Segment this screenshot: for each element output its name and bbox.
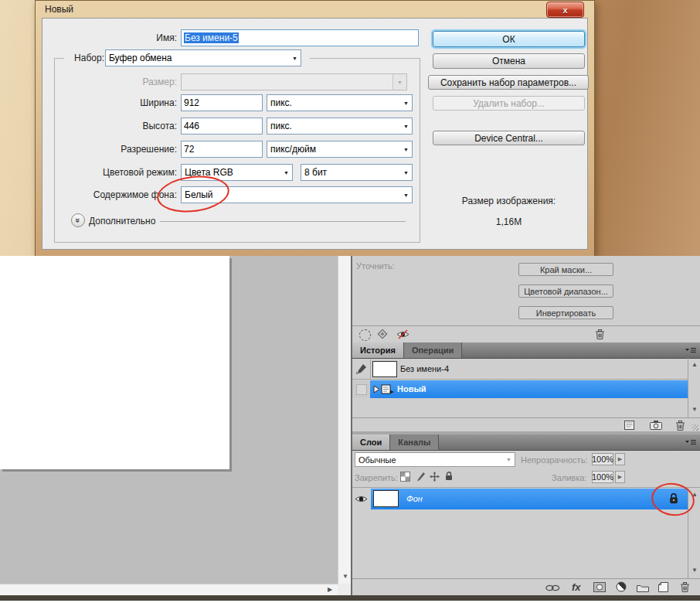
height-unit-combo[interactable]: пикс. ▼: [267, 118, 413, 135]
color-range-button[interactable]: Цветовой диапазон...: [518, 284, 613, 298]
device-central-button[interactable]: Device Central...: [433, 131, 585, 145]
resolution-unit-value: пикс/дюйм: [270, 144, 316, 155]
vertical-scrollbar[interactable]: ▼: [338, 256, 351, 584]
tab-history[interactable]: История: [352, 342, 404, 358]
chevron-down-icon: ▼: [403, 124, 410, 129]
new-group-folder-icon[interactable]: [637, 584, 649, 592]
panel-menu-button[interactable]: [685, 434, 700, 450]
history-list: Без имени-4: [352, 358, 700, 417]
fill-label: Заливка:: [552, 473, 586, 482]
horizontal-scrollbar[interactable]: ▶: [0, 584, 338, 596]
layer-name: Фон: [406, 494, 423, 503]
adjustment-layer-icon[interactable]: [616, 581, 627, 592]
screen: Новый x Имя: Без имени-5 Набор: Буфер об…: [0, 0, 700, 603]
preset-combo-value: Буфер обмена: [109, 53, 172, 63]
scroll-right-icon[interactable]: ▶: [328, 587, 332, 593]
fill-value[interactable]: 100%: [592, 471, 613, 483]
layer-thumbnail[interactable]: [373, 490, 399, 507]
source-checkbox[interactable]: [356, 384, 367, 395]
fill-slider-button[interactable]: ▶: [615, 471, 625, 483]
resolution-unit-combo[interactable]: пикс/дюйм ▼: [267, 141, 413, 158]
chevron-down-icon: ▼: [403, 170, 410, 175]
layers-list: Фон ▲ ▼: [352, 487, 700, 578]
opacity-value[interactable]: 100%: [592, 453, 613, 465]
ok-button[interactable]: ОК: [433, 31, 585, 47]
history-row-current[interactable]: Новый: [370, 380, 688, 398]
name-input[interactable]: Без имени-5: [181, 29, 419, 46]
height-unit-value: пикс.: [270, 121, 292, 131]
new-document-from-state-icon[interactable]: [624, 421, 634, 430]
image-size-value: 1,16M: [429, 216, 589, 227]
history-source-cell[interactable]: [352, 359, 371, 379]
lock-all-icon[interactable]: [444, 471, 454, 482]
scroll-down-icon[interactable]: ▼: [692, 567, 698, 574]
width-unit-value: пикс.: [270, 97, 292, 108]
history-scrollbar[interactable]: ▲ ▼: [688, 358, 700, 417]
scroll-down-icon[interactable]: ▼: [692, 407, 698, 413]
mask-edge-button[interactable]: Край маски...: [518, 263, 613, 276]
advanced-expander-button[interactable]: »: [71, 213, 85, 227]
panel-resize-grip[interactable]: [692, 424, 698, 431]
advanced-divider: [160, 221, 406, 222]
lock-transparency-icon[interactable]: [400, 472, 410, 482]
history-panel-footer: [352, 417, 700, 432]
history-source-cell[interactable]: [352, 380, 370, 398]
layer-visibility-cell[interactable]: [352, 489, 372, 509]
height-input[interactable]: 446: [181, 118, 263, 135]
chevron-down-icon: ▼: [403, 100, 410, 106]
layer-row-background[interactable]: Фон: [371, 489, 688, 509]
selection-from-mask-icon[interactable]: [359, 329, 371, 341]
apply-mask-icon[interactable]: [375, 329, 389, 340]
history-row-snapshot[interactable]: Без имени-4: [352, 359, 688, 380]
masks-panel: Уточнить: Край маски... Цветовой диапазо…: [352, 256, 700, 342]
width-input[interactable]: 912: [181, 94, 263, 111]
opacity-slider-button[interactable]: ▶: [615, 453, 625, 465]
scroll-up-icon[interactable]: ▲: [692, 362, 698, 368]
lock-pixels-brush-icon[interactable]: [415, 472, 425, 482]
link-layers-icon[interactable]: [545, 584, 560, 591]
tab-actions[interactable]: Операции: [404, 342, 462, 358]
dialog-title: Новый: [45, 4, 73, 15]
tab-channels[interactable]: Каналы: [390, 434, 439, 450]
panel-menu-button[interactable]: [685, 342, 700, 358]
delete-state-trash-icon[interactable]: [675, 420, 685, 431]
lock-label: Закрепить:: [355, 473, 398, 482]
blend-mode-combo[interactable]: Обычные ▼: [355, 452, 515, 467]
new-snapshot-camera-icon[interactable]: [650, 420, 663, 430]
delete-layer-trash-icon[interactable]: [680, 581, 690, 593]
close-icon: x: [562, 6, 567, 14]
preset-label: Набор:: [66, 53, 104, 63]
cancel-button[interactable]: Отмена: [433, 53, 585, 69]
double-chevron-icon: »: [74, 218, 82, 223]
layer-style-fx-icon[interactable]: fx: [572, 582, 581, 592]
close-button[interactable]: x: [546, 2, 584, 18]
history-tabbar: История Операции: [352, 342, 700, 359]
panel-column: Уточнить: Край маски... Цветовой диапазо…: [352, 256, 700, 595]
chevron-down-icon: ▼: [506, 457, 511, 462]
chevron-down-icon: ▼: [392, 74, 406, 90]
size-label: Размер:: [89, 77, 177, 87]
preset-combo[interactable]: Буфер обмена ▼: [105, 49, 301, 66]
new-layer-icon[interactable]: [658, 582, 668, 592]
scroll-down-icon[interactable]: ▼: [342, 574, 348, 580]
size-combo: ▼: [181, 73, 407, 90]
lock-position-move-icon[interactable]: [430, 472, 440, 482]
width-unit-combo[interactable]: пикс. ▼: [267, 94, 413, 111]
document-canvas[interactable]: [0, 256, 229, 469]
add-layer-mask-icon[interactable]: [593, 582, 606, 592]
image-size-label: Размер изображения:: [429, 196, 589, 206]
resolution-input[interactable]: 72: [181, 141, 263, 158]
taskbar-edge: [0, 595, 700, 601]
chevron-down-icon: ▼: [292, 56, 299, 61]
invert-button[interactable]: Инвертировать: [518, 306, 613, 319]
bit-depth-combo[interactable]: 8 бит ▼: [301, 164, 413, 181]
layers-tabbar: Слои Каналы: [352, 434, 700, 451]
delete-mask-trash-icon[interactable]: [595, 329, 605, 340]
current-state-triangle-icon: [373, 385, 380, 393]
chevron-down-icon: ▼: [284, 170, 291, 175]
tab-layers[interactable]: Слои: [352, 434, 390, 450]
snapshot-thumbnail[interactable]: [372, 361, 397, 377]
color-mode-label: Цветовой режим:: [73, 167, 177, 178]
disable-mask-eye-icon[interactable]: [396, 329, 410, 339]
save-preset-button[interactable]: Сохранить набор параметров...: [428, 75, 589, 90]
